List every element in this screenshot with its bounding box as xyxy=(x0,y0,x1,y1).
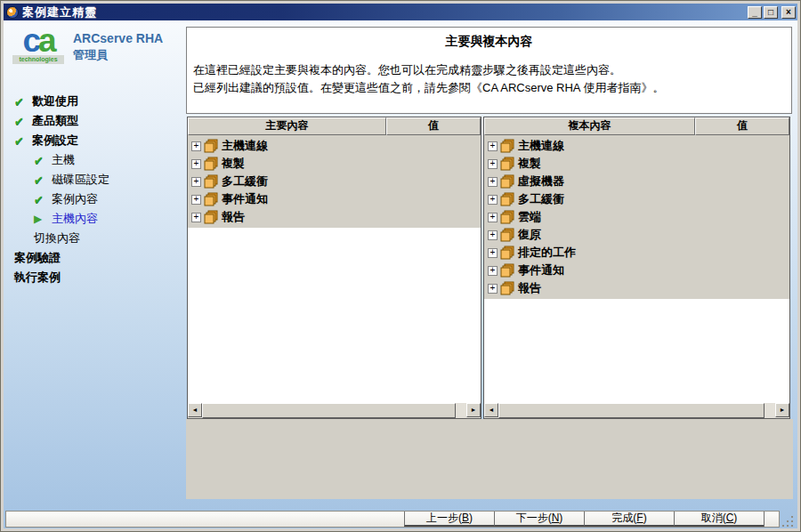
wizard-body: ca technologies ARCserve RHA 管理員 ✔ 歡迎使用 … xyxy=(4,20,797,528)
details-footer-area xyxy=(186,419,793,499)
sidebar-step-product-type[interactable]: ✔ 產品類型 xyxy=(4,111,183,131)
expand-icon[interactable]: + xyxy=(191,159,201,169)
button-label: ) xyxy=(733,512,737,524)
tree-row-cloud[interactable]: + 雲端 xyxy=(484,208,789,226)
check-icon: ✔ xyxy=(14,115,32,128)
tree-row-host-connection[interactable]: + 主機連線 xyxy=(484,137,789,155)
tree-row-reports[interactable]: + 報告 xyxy=(188,208,481,226)
scrollbar-thumb[interactable] xyxy=(498,403,765,418)
tree-row-label: 雲端 xyxy=(518,209,541,225)
column-header-value[interactable]: 值 xyxy=(386,117,481,135)
button-label: 下一步( xyxy=(516,512,552,524)
tree-row-scheduled-tasks[interactable]: + 排定的工作 xyxy=(484,244,789,262)
expand-icon[interactable]: + xyxy=(191,177,201,187)
tree-row-reports[interactable]: + 報告 xyxy=(484,279,789,297)
properties-group-icon xyxy=(204,157,219,171)
step-label: 主機內容 xyxy=(52,211,98,227)
replica-panel-horizontal-scrollbar[interactable]: ◄ ► xyxy=(484,402,789,418)
scrollbar-thumb[interactable] xyxy=(202,403,456,418)
expand-icon[interactable]: + xyxy=(488,177,498,187)
scroll-right-icon[interactable]: ► xyxy=(466,403,481,417)
master-panel-horizontal-scrollbar[interactable]: ◄ ► xyxy=(188,402,481,418)
tree-row-replication[interactable]: + 複製 xyxy=(188,155,481,173)
column-header-value[interactable]: 值 xyxy=(695,117,789,135)
maximize-button[interactable]: □ xyxy=(764,6,778,19)
sidebar-step-hosts[interactable]: ✔ 主機 xyxy=(4,150,183,170)
button-label: 取消( xyxy=(701,512,726,524)
sidebar-step-host-properties[interactable]: ▶ 主機內容 xyxy=(4,209,183,229)
tree-row-virtual-machine[interactable]: + 虛擬機器 xyxy=(484,173,789,190)
page-description-line2: 已經列出建議的預設值。在變更這些值之前，請先參閱《CA ARCserve RHA… xyxy=(187,79,791,97)
sidebar-step-scenario-verification[interactable]: 案例驗證 xyxy=(4,248,183,268)
tree-row-label: 排定的工作 xyxy=(518,245,576,261)
button-accelerator: F xyxy=(636,512,643,524)
sidebar-step-scenario-setup[interactable]: ✔ 案例設定 xyxy=(4,131,183,150)
tree-row-spool[interactable]: + 多工緩衝 xyxy=(484,190,789,208)
resize-grip[interactable] xyxy=(781,515,795,528)
expand-icon[interactable]: + xyxy=(191,141,201,151)
sidebar-step-switchover-properties[interactable]: 切換內容 xyxy=(4,229,183,248)
button-accelerator: B xyxy=(462,512,469,524)
tree-row-recovery[interactable]: + 復原 xyxy=(484,226,789,244)
tree-row-event-notification[interactable]: + 事件通知 xyxy=(188,190,481,208)
expand-icon[interactable]: + xyxy=(488,195,498,205)
tree-row-label: 事件通知 xyxy=(222,191,268,207)
tree-row-replication[interactable]: + 複製 xyxy=(484,155,789,173)
properties-group-icon xyxy=(500,139,515,153)
sidebar-step-welcome[interactable]: ✔ 歡迎使用 xyxy=(4,92,183,111)
tree-row-label: 多工緩衝 xyxy=(518,191,564,207)
tree-row-label: 事件通知 xyxy=(518,262,564,278)
sidebar-step-scenario-properties[interactable]: ✔ 案例內容 xyxy=(4,189,183,209)
window-title: 案例建立精靈 xyxy=(22,4,748,20)
master-panel-rows: + 主機連線 + 複製 + 多工緩衝 + xyxy=(188,135,481,228)
expand-icon[interactable]: + xyxy=(488,141,498,151)
master-panel-column-headers: 主要內容 值 xyxy=(188,117,481,135)
scroll-left-icon[interactable]: ◄ xyxy=(484,403,498,417)
sidebar-step-run-scenario[interactable]: 執行案例 xyxy=(4,268,183,287)
properties-group-icon xyxy=(500,246,515,260)
properties-group-icon xyxy=(204,174,219,189)
master-panel-tree: + 主機連線 + 複製 + 多工緩衝 + xyxy=(188,135,481,402)
scroll-right-icon[interactable]: ► xyxy=(775,403,789,417)
back-button[interactable]: 上一步(B) xyxy=(404,512,494,527)
expand-icon[interactable]: + xyxy=(488,284,498,294)
ca-logo: ca technologies xyxy=(12,28,64,64)
properties-group-icon xyxy=(500,281,515,295)
tree-row-label: 多工緩衝 xyxy=(222,173,268,189)
expand-icon[interactable]: + xyxy=(488,213,498,222)
check-icon: ✔ xyxy=(14,134,32,148)
tree-row-host-connection[interactable]: + 主機連線 xyxy=(188,137,481,155)
tree-row-event-notification[interactable]: + 事件通知 xyxy=(484,262,789,279)
expand-icon[interactable]: + xyxy=(191,213,201,222)
button-label: ) xyxy=(643,512,647,524)
expand-icon[interactable]: + xyxy=(488,248,498,258)
column-header-replica-properties[interactable]: 複本內容 xyxy=(484,117,695,135)
button-label: 完成( xyxy=(611,512,636,524)
wizard-window: 案例建立精靈 _ □ × ca technologies ARCserve RH… xyxy=(0,0,801,532)
title-bar[interactable]: 案例建立精靈 _ □ × xyxy=(4,4,797,20)
sidebar-step-volume-setup[interactable]: ✔ 磁碟區設定 xyxy=(4,170,183,189)
scroll-left-icon[interactable]: ◄ xyxy=(188,403,202,417)
step-label: 磁碟區設定 xyxy=(52,172,109,188)
expand-icon[interactable]: + xyxy=(488,159,498,169)
next-button[interactable]: 下一步(N) xyxy=(494,512,584,527)
expand-icon[interactable]: + xyxy=(488,230,498,240)
properties-group-icon xyxy=(500,192,515,206)
check-icon: ✔ xyxy=(14,95,32,109)
tree-row-label: 虛擬機器 xyxy=(518,173,564,189)
tree-row-spool[interactable]: + 多工緩衝 xyxy=(188,173,481,190)
expand-icon[interactable]: + xyxy=(488,266,498,276)
close-button[interactable]: × xyxy=(781,6,796,19)
minimize-button[interactable]: _ xyxy=(748,6,762,19)
finish-button[interactable]: 完成(F) xyxy=(584,512,674,527)
replica-panel-column-headers: 複本內容 值 xyxy=(484,117,789,135)
column-header-master-properties[interactable]: 主要內容 xyxy=(188,117,386,135)
expand-icon[interactable]: + xyxy=(191,195,201,205)
master-properties-panel: 主要內容 值 + 主機連線 + 複製 + xyxy=(187,117,481,419)
cancel-button[interactable]: 取消(C) xyxy=(674,512,764,527)
properties-group-icon xyxy=(500,210,515,224)
tree-row-label: 復原 xyxy=(518,227,541,243)
properties-group-icon xyxy=(500,263,515,278)
button-bar-endcap xyxy=(764,512,765,527)
properties-group-icon xyxy=(500,228,515,242)
